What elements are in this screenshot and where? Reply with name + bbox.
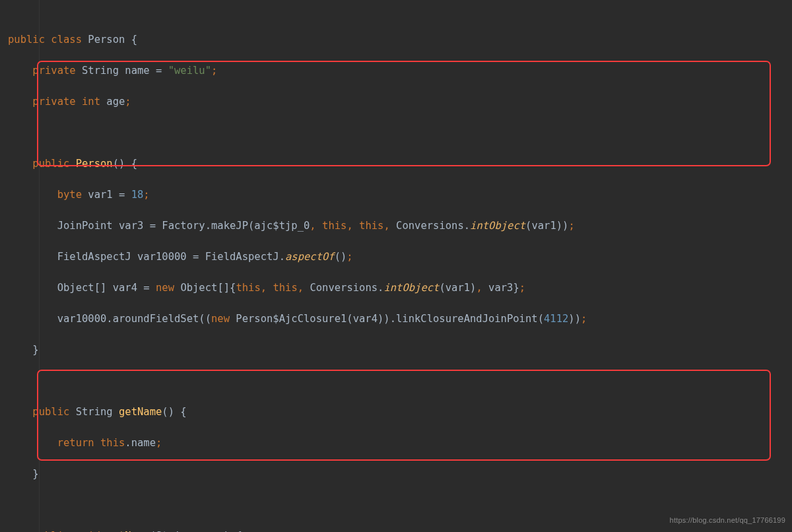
- code-line: private int age;: [8, 94, 792, 110]
- code-line: public String getName() {: [8, 405, 792, 420]
- code-line: var10000.aroundFieldSet((new Person$AjcC…: [8, 312, 792, 327]
- code-line: public class Person {: [8, 32, 792, 48]
- code-line: return this.name;: [8, 436, 792, 451]
- code-line: FieldAspectJ var10000 = FieldAspectJ.asp…: [8, 249, 792, 265]
- code-line: private String name = "weilu";: [8, 63, 792, 79]
- code-line: [8, 498, 792, 514]
- code-line: public void setName(String name) {: [8, 529, 792, 532]
- code-line: [8, 374, 792, 389]
- watermark-text: https://blog.csdn.net/qq_17766199: [670, 513, 785, 529]
- indent-guide: [39, 0, 40, 532]
- code-editor[interactable]: public class Person { private String nam…: [0, 0, 792, 532]
- code-line: byte var1 = 18;: [8, 187, 792, 203]
- code-line: JoinPoint var3 = Factory.makeJP(ajc$tjp_…: [8, 218, 792, 234]
- code-line: }: [8, 343, 792, 358]
- code-line: Object[] var4 = new Object[]{this, this,…: [8, 281, 792, 296]
- code-line: }: [8, 467, 792, 482]
- code-line: [8, 125, 792, 141]
- code-line: public Person() {: [8, 156, 792, 172]
